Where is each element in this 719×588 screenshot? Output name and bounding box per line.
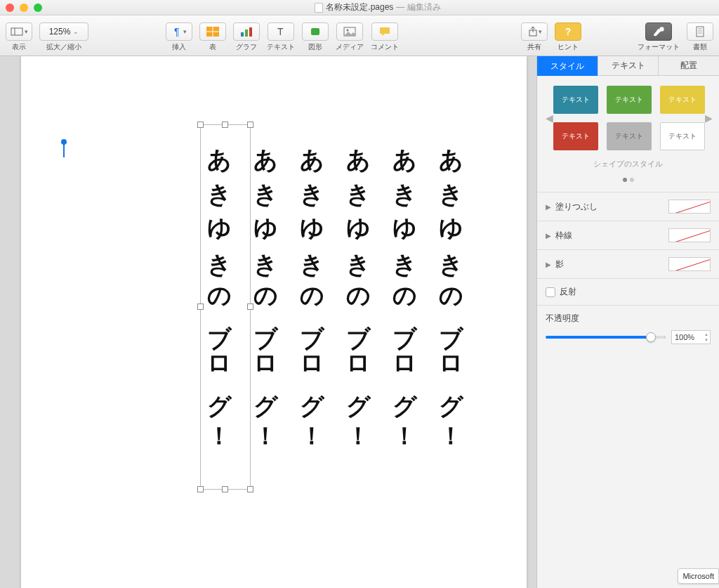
selection-box[interactable] [200, 124, 251, 490]
style-swatch-red[interactable]: テキスト [553, 122, 598, 150]
svg-rect-13 [380, 27, 390, 34]
resize-handle-tr[interactable] [247, 122, 253, 128]
format-button[interactable] [645, 22, 672, 41]
chart-label: グラフ [236, 42, 257, 52]
style-swatch-gray[interactable]: テキスト [607, 122, 652, 150]
reflection-label: 反射 [560, 286, 576, 298]
window-modified: — 編集済み [396, 1, 440, 13]
style-prev-arrow[interactable]: ◀ [546, 112, 553, 124]
svg-text:T: T [277, 27, 284, 37]
text-label: テキスト [267, 42, 295, 52]
opacity-input[interactable]: 100% ▲▼ [671, 330, 711, 344]
main: あきゆきのブログ！あきゆきのブログ！あきゆきのブログ！あきゆきのブログ！あきゆき… [0, 56, 719, 588]
table-label: 表 [209, 42, 216, 52]
opacity-value: 100% [675, 333, 694, 341]
resize-handle-tm[interactable] [222, 122, 228, 128]
view-button[interactable]: ▾ [6, 22, 32, 41]
resize-handle-bm[interactable] [222, 486, 228, 492]
style-swatch-white[interactable]: テキスト [660, 122, 705, 150]
canvas[interactable]: あきゆきのブログ！あきゆきのブログ！あきゆきのブログ！あきゆきのブログ！あきゆき… [0, 56, 536, 588]
resize-handle-bl[interactable] [197, 486, 204, 492]
share-button[interactable]: ▾ [521, 22, 548, 41]
page[interactable]: あきゆきのブログ！あきゆきのブログ！あきゆきのブログ！あきゆきのブログ！あきゆき… [21, 56, 527, 588]
shadow-section[interactable]: ▶影 [537, 249, 719, 278]
minimize-window-button[interactable] [20, 4, 28, 12]
zoom-window-button[interactable] [34, 4, 42, 12]
vertical-text-column[interactable]: あきゆきのブログ！ [346, 131, 370, 443]
window-filename: 名称未設定.pages [326, 1, 393, 13]
svg-text:¶: ¶ [174, 26, 180, 37]
svg-rect-6 [241, 32, 244, 37]
resize-handle-mr[interactable] [247, 303, 253, 310]
style-next-arrow[interactable]: ▶ [705, 112, 713, 124]
insert-button[interactable]: ¶▾ [166, 22, 192, 41]
text-button[interactable]: T [268, 22, 294, 41]
shadow-swatch-none[interactable] [668, 257, 711, 271]
page-dot[interactable] [630, 178, 634, 182]
window-controls [6, 4, 42, 12]
fill-label: 塗りつぶし [555, 201, 598, 213]
svg-rect-15 [660, 27, 664, 31]
tips-button[interactable]: ? [555, 22, 581, 41]
zoom-value: 125% [49, 27, 71, 37]
border-swatch-none[interactable] [668, 228, 711, 242]
zoom-select[interactable]: 125% ⌄ [39, 22, 88, 41]
vertical-text-column[interactable]: あきゆきのブログ！ [439, 131, 463, 443]
opacity-slider[interactable] [546, 336, 666, 339]
reflection-section: 反射 [537, 278, 719, 305]
document-button[interactable] [687, 22, 713, 41]
tips-label: ヒント [558, 42, 579, 52]
resize-handle-tl[interactable] [197, 122, 204, 128]
svg-rect-7 [245, 30, 248, 37]
fill-section[interactable]: ▶塗りつぶし [537, 192, 719, 221]
border-label: 枠線 [555, 230, 572, 242]
border-section[interactable]: ▶枠線 [537, 221, 719, 249]
svg-rect-16 [697, 27, 704, 37]
chart-button[interactable] [233, 22, 260, 41]
view-label: 表示 [12, 42, 26, 52]
style-presets: ◀ テキスト テキスト テキスト テキスト テキスト テキスト ▶ シェイプのス… [537, 76, 719, 192]
fill-swatch-none[interactable] [668, 200, 711, 214]
style-swatch-teal[interactable]: テキスト [553, 86, 598, 114]
svg-rect-10 [311, 28, 319, 35]
vertical-text-column[interactable]: あきゆきのブログ！ [253, 131, 277, 443]
shape-styles-caption: シェイプのスタイル [593, 159, 663, 169]
share-label: 共有 [527, 42, 541, 52]
style-swatch-green[interactable]: テキスト [607, 86, 652, 114]
disclosure-icon: ▶ [546, 261, 551, 268]
opacity-stepper[interactable]: ▲▼ [704, 332, 708, 343]
microsoft-badge: Microsoft [678, 568, 719, 584]
media-button[interactable] [336, 22, 363, 41]
window-title: 名称未設定.pages — 編集済み [42, 1, 713, 13]
insert-label: 挿入 [172, 42, 186, 52]
comment-button[interactable] [371, 22, 398, 41]
vertical-text-column[interactable]: あきゆきのブログ！ [300, 131, 324, 443]
tab-text[interactable]: テキスト [598, 56, 659, 76]
reflection-checkbox[interactable] [546, 287, 555, 297]
svg-rect-0 [11, 28, 22, 35]
comment-label: コメント [371, 42, 399, 52]
slider-thumb[interactable] [646, 332, 656, 342]
resize-handle-ml[interactable] [197, 303, 204, 310]
page-dots [623, 178, 634, 182]
shape-label: 図形 [308, 42, 322, 52]
shape-button[interactable] [302, 22, 329, 41]
close-window-button[interactable] [6, 4, 14, 12]
page-dot[interactable] [623, 178, 627, 182]
vertical-text-column[interactable]: あきゆきのブログ！ [393, 131, 416, 443]
toolbar: ▾ 表示 125% ⌄ 拡大／縮小 ¶▾ 挿入 表 グラフ T [0, 15, 719, 56]
style-swatch-yellow[interactable]: テキスト [660, 86, 705, 114]
document-label: 書類 [693, 42, 707, 52]
format-label: フォーマット [638, 42, 680, 52]
opacity-section: 不透明度 100% ▲▼ [537, 305, 719, 351]
tab-arrange[interactable]: 配置 [659, 56, 719, 76]
titlebar: 名称未設定.pages — 編集済み [0, 0, 719, 15]
disclosure-icon: ▶ [546, 232, 551, 240]
resize-handle-br[interactable] [247, 486, 253, 492]
tab-style[interactable]: スタイル [537, 56, 598, 76]
svg-point-12 [347, 29, 349, 31]
inspector: スタイル テキスト 配置 ◀ テキスト テキスト テキスト テキスト テキスト … [536, 56, 719, 588]
table-button[interactable] [199, 22, 226, 41]
inspector-tabs: スタイル テキスト 配置 [537, 56, 719, 76]
opacity-label: 不透明度 [546, 313, 711, 325]
